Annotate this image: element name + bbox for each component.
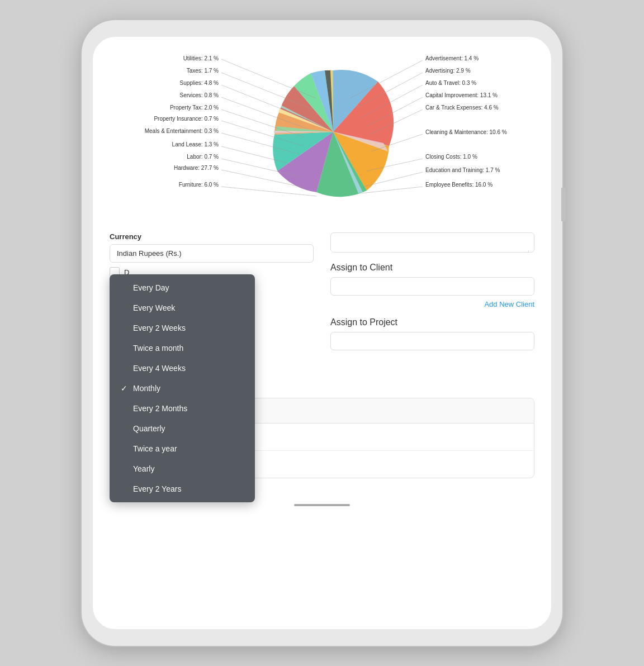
svg-text:Labor: 0.7 %: Labor: 0.7 % [187, 154, 219, 160]
description-textarea[interactable] [330, 232, 534, 253]
dropdown-item-yearly[interactable]: Yearly [110, 459, 255, 479]
assign-project-input[interactable] [330, 332, 534, 350]
svg-text:Cleaning & Maintenance: 10.6 %: Cleaning & Maintenance: 10.6 % [425, 129, 507, 135]
chart-container: Utilities: 2.1 % Taxes: 1.7 % Supplies: … [110, 48, 534, 221]
pie-chart: Utilities: 2.1 % Taxes: 1.7 % Supplies: … [110, 48, 551, 216]
svg-text:Property Tax: 2.0 %: Property Tax: 2.0 % [170, 104, 219, 111]
form-left: Currency Indian Rupees (Rs.) Every Day E… [110, 232, 314, 359]
dropdown-item-every-day[interactable]: Every Day [110, 278, 255, 298]
assign-project-section: Assign to Project [330, 317, 534, 350]
dropdown-item-every-2-months[interactable]: Every 2 Months [110, 398, 255, 418]
svg-text:Property Insurance: 0.7 %: Property Insurance: 0.7 % [154, 116, 219, 122]
svg-text:Advertising: 2.9 %: Advertising: 2.9 % [425, 68, 471, 74]
dropdown-item-monthly[interactable]: ✓ Monthly [110, 378, 255, 398]
form-right: ⌟ Assign to Client Add New Client Assign… [330, 232, 534, 359]
svg-text:Hardware: 27.7 %: Hardware: 27.7 % [174, 165, 219, 171]
dropdown-item-every-2-years[interactable]: Every 2 Years [110, 479, 255, 499]
dropdown-item-twice-a-month[interactable]: Twice a month [110, 338, 255, 358]
svg-text:Capital Improvement: 13.1 %: Capital Improvement: 13.1 % [425, 92, 498, 98]
dropdown-item-every-week[interactable]: Every Week [110, 298, 255, 318]
svg-text:Closing Costs: 1.0 %: Closing Costs: 1.0 % [425, 154, 477, 160]
svg-text:Car & Truck Expenses: 4.6 %: Car & Truck Expenses: 4.6 % [425, 104, 499, 111]
svg-text:Meals & Entertainment: 0.3 %: Meals & Entertainment: 0.3 % [145, 128, 219, 134]
svg-text:Services: 0.8 %: Services: 0.8 % [180, 92, 219, 98]
assign-project-label: Assign to Project [330, 317, 534, 327]
assign-client-input[interactable] [330, 277, 534, 296]
svg-text:Employee Benefits: 16.0 %: Employee Benefits: 16.0 % [425, 182, 493, 188]
dropdown-item-every-4-weeks[interactable]: Every 4 Weeks [110, 358, 255, 378]
svg-text:Supplies: 4.8 %: Supplies: 4.8 % [180, 80, 219, 86]
assign-client-section: Assign to Client Add New Client [330, 263, 534, 308]
add-new-client-link[interactable]: Add New Client [330, 300, 534, 308]
svg-text:Taxes: 1.7 %: Taxes: 1.7 % [187, 68, 219, 74]
svg-text:Auto & Travel: 0.3 %: Auto & Travel: 0.3 % [425, 80, 476, 86]
svg-text:Advertisement: 1.4 %: Advertisement: 1.4 % [425, 55, 479, 61]
frequency-dropdown[interactable]: Every Day Every Week Every 2 Weeks [110, 274, 255, 502]
resize-handle: ⌟ [527, 247, 533, 254]
currency-select[interactable]: Indian Rupees (Rs.) [110, 244, 314, 263]
currency-label: Currency [110, 232, 314, 241]
home-indicator [294, 504, 350, 506]
svg-text:Utilities: 2.1 %: Utilities: 2.1 % [183, 55, 219, 61]
svg-text:Furniture: 6.0 %: Furniture: 6.0 % [179, 182, 219, 188]
assign-client-label: Assign to Client [330, 263, 534, 273]
dropdown-item-every-2-weeks[interactable]: Every 2 Weeks [110, 318, 255, 338]
svg-text:Education and Training: 1.7 %: Education and Training: 1.7 % [425, 167, 500, 173]
dropdown-item-twice-a-year[interactable]: Twice a year [110, 439, 255, 459]
svg-text:Land Lease: 1.3 %: Land Lease: 1.3 % [172, 141, 219, 148]
dropdown-item-quarterly[interactable]: Quarterly [110, 418, 255, 439]
svg-line-19 [361, 187, 423, 193]
